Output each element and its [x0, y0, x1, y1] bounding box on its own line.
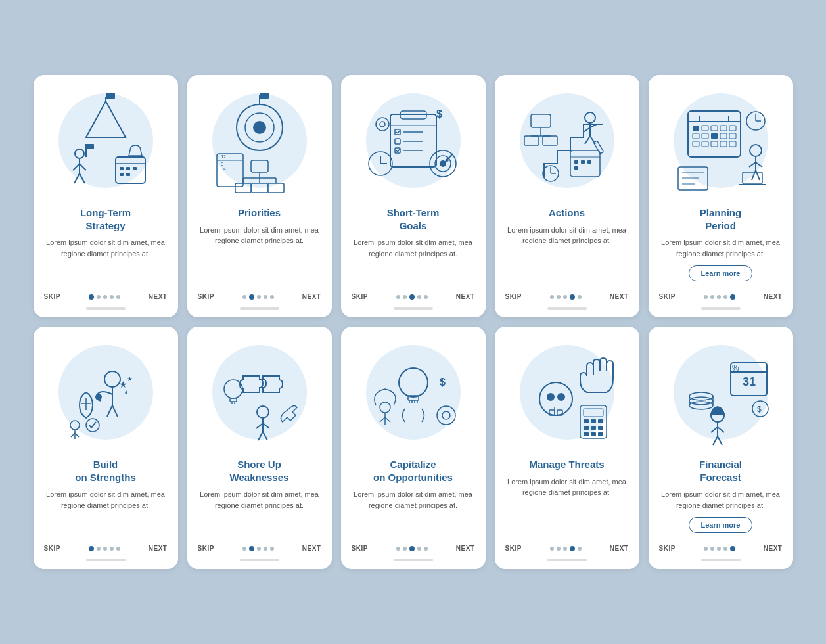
- bottom-line-short-term-goals: [394, 307, 433, 310]
- dot-3: [110, 295, 114, 299]
- dot-2: [257, 547, 261, 551]
- svg-text:$: $: [436, 108, 442, 120]
- skip-button-planning-period[interactable]: SKIP: [659, 293, 676, 300]
- illustration-capitalize-on-opportunities: $: [341, 327, 486, 458]
- illustration-long-term-strategy: [34, 75, 178, 206]
- dot-2: [563, 547, 567, 551]
- illustration-financial-forecast: 31 % $: [649, 327, 793, 458]
- dot-4: [270, 547, 274, 551]
- skip-button-manage-threats[interactable]: SKIP: [505, 545, 522, 552]
- dot-3: [417, 295, 421, 299]
- next-button-priorities[interactable]: NEXT: [302, 293, 321, 300]
- nav-dots-build-on-strengths: [89, 546, 120, 551]
- nav-dots-financial-forecast: [704, 546, 735, 551]
- svg-text:%: %: [732, 363, 739, 373]
- card-description-actions: Lorem ipsum dolor sit dim amet, mea regi…: [505, 225, 629, 246]
- svg-point-41: [366, 93, 461, 188]
- dot-2: [563, 295, 567, 299]
- svg-point-184: [674, 345, 768, 440]
- skip-button-build-on-strengths[interactable]: SKIP: [44, 545, 60, 552]
- card-description-financial-forecast: Lorem ipsum dolor sit dim amet, mea regi…: [659, 489, 783, 511]
- skip-button-capitalize-on-opportunities[interactable]: SKIP: [352, 545, 368, 552]
- dot-2: [409, 546, 415, 551]
- learn-more-button-planning-period[interactable]: Learn more: [689, 265, 753, 281]
- card-description-long-term-strategy: Lorem ipsum dolor sit dim amet, mea regi…: [44, 237, 168, 259]
- svg-point-23: [253, 121, 266, 134]
- svg-rect-93: [693, 126, 699, 131]
- next-button-short-term-goals[interactable]: NEXT: [456, 293, 475, 300]
- illustration-shore-up-weaknesses: [187, 327, 332, 458]
- svg-text:$: $: [757, 405, 762, 414]
- dot-4: [424, 547, 428, 551]
- dot-3: [570, 294, 575, 300]
- card-build-on-strengths: ★ ★ ★ Build on StrengthsLorem ipsum dolo…: [34, 327, 178, 569]
- skip-button-actions[interactable]: SKIP: [505, 293, 522, 300]
- dot-0: [242, 547, 246, 551]
- card-description-manage-threats: Lorem ipsum dolor sit dim amet, mea regi…: [505, 476, 629, 498]
- card-financial-forecast: 31 % $ Financial ForecastLorem ipsum dol…: [649, 327, 793, 569]
- dot-4: [578, 295, 582, 299]
- bottom-line-actions: [547, 307, 587, 310]
- next-button-planning-period[interactable]: NEXT: [764, 293, 783, 300]
- card-title-priorities: Priorities: [238, 206, 281, 219]
- bottom-line-manage-threats: [547, 559, 587, 561]
- dot-2: [103, 295, 107, 299]
- card-shore-up-weaknesses: Shore Up WeaknessesLorem ipsum dolor sit…: [187, 327, 332, 569]
- next-button-capitalize-on-opportunities[interactable]: NEXT: [456, 545, 475, 552]
- dot-0: [89, 294, 94, 300]
- skip-button-long-term-strategy[interactable]: SKIP: [44, 293, 60, 300]
- card-planning-period: Planning PeriodLorem ipsum dolor sit dim…: [649, 75, 793, 317]
- dot-3: [417, 547, 421, 551]
- dot-3: [723, 295, 727, 299]
- dot-3: [570, 546, 575, 551]
- illustration-actions: [495, 75, 639, 206]
- dot-2: [717, 547, 721, 551]
- learn-more-button-financial-forecast[interactable]: Learn more: [689, 517, 753, 533]
- dot-1: [403, 547, 407, 551]
- card-description-short-term-goals: Lorem ipsum dolor sit dim amet, mea regi…: [352, 237, 475, 259]
- svg-rect-17: [120, 173, 124, 176]
- svg-point-126: [95, 394, 102, 400]
- bottom-line-shore-up-weaknesses: [240, 559, 279, 561]
- svg-rect-183: [598, 432, 603, 436]
- next-button-financial-forecast[interactable]: NEXT: [764, 545, 783, 552]
- bottom-line-priorities: [240, 307, 279, 310]
- dot-3: [264, 295, 267, 299]
- svg-rect-15: [126, 167, 130, 170]
- next-button-actions[interactable]: NEXT: [610, 293, 629, 300]
- svg-point-169: [557, 393, 565, 401]
- nav-dots-planning-period: [704, 294, 735, 300]
- next-button-shore-up-weaknesses[interactable]: NEXT: [302, 545, 321, 552]
- skip-button-shore-up-weaknesses[interactable]: SKIP: [198, 545, 214, 552]
- illustration-build-on-strengths: ★ ★ ★: [34, 327, 178, 458]
- dot-1: [249, 294, 254, 300]
- dot-0: [396, 295, 400, 299]
- svg-rect-78: [574, 166, 578, 170]
- dot-3: [723, 547, 727, 551]
- svg-point-168: [547, 393, 555, 401]
- bottom-line-capitalize-on-opportunities: [394, 559, 433, 561]
- card-description-build-on-strengths: Lorem ipsum dolor sit dim amet, mea regi…: [44, 489, 168, 511]
- svg-line-139: [71, 433, 75, 437]
- skip-button-short-term-goals[interactable]: SKIP: [352, 293, 368, 300]
- card-description-priorities: Lorem ipsum dolor sit dim amet, mea regi…: [198, 225, 321, 246]
- next-button-manage-threats[interactable]: NEXT: [610, 545, 629, 552]
- svg-rect-3: [106, 93, 115, 99]
- svg-rect-175: [584, 419, 589, 423]
- next-button-build-on-strengths[interactable]: NEXT: [149, 545, 168, 552]
- card-title-long-term-strategy: Long-Term Strategy: [80, 206, 131, 232]
- nav-dots-manage-threats: [550, 546, 582, 551]
- skip-button-financial-forecast[interactable]: SKIP: [659, 545, 676, 552]
- svg-text:31: 31: [743, 375, 756, 388]
- svg-rect-11: [86, 144, 94, 149]
- svg-text:$: $: [440, 377, 446, 388]
- dot-1: [97, 547, 101, 551]
- illustration-manage-threats: [495, 327, 639, 458]
- svg-rect-14: [120, 167, 124, 170]
- skip-button-priorities[interactable]: SKIP: [198, 293, 214, 300]
- nav-dots-long-term-strategy: [89, 294, 120, 300]
- dot-0: [396, 547, 400, 551]
- card-title-manage-threats: Manage Threats: [529, 458, 604, 471]
- svg-rect-182: [591, 432, 596, 436]
- next-button-long-term-strategy[interactable]: NEXT: [149, 293, 168, 300]
